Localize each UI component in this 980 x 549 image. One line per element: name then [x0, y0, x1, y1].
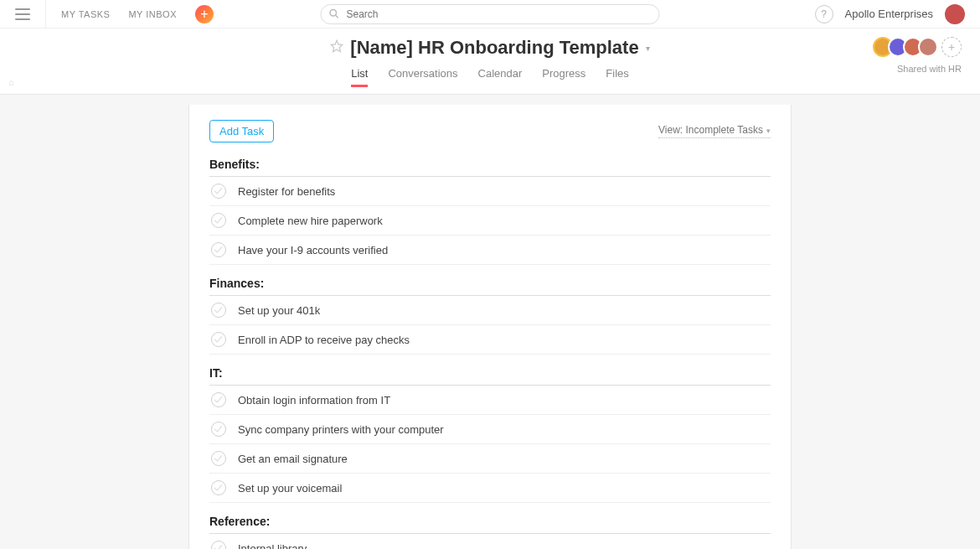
task-text: Internal library: [238, 542, 307, 550]
add-member-button[interactable]: +: [941, 37, 962, 57]
tab-progress[interactable]: Progress: [542, 67, 585, 87]
star-icon[interactable]: [330, 39, 343, 56]
task-row[interactable]: Register for benefits: [209, 177, 771, 206]
add-task-button[interactable]: Add Task: [209, 120, 274, 142]
check-circle-icon[interactable]: [211, 541, 226, 549]
check-circle-icon[interactable]: [211, 332, 226, 347]
task-text: Get an email signature: [238, 453, 348, 465]
section-title[interactable]: IT:: [209, 366, 771, 386]
org-name[interactable]: Apollo Enterprises: [845, 8, 934, 20]
project-members: +: [878, 37, 962, 57]
tab-calendar[interactable]: Calendar: [478, 67, 523, 87]
sections-container: Benefits:Register for benefitsComplete n…: [209, 158, 771, 549]
member-avatar[interactable]: [918, 37, 938, 57]
section-title[interactable]: Reference:: [209, 515, 771, 534]
task-board: Add Task View: Incomplete Tasks▾ Benefit…: [188, 105, 792, 549]
check-circle-icon[interactable]: [211, 451, 226, 466]
task-row[interactable]: Complete new hire paperwork: [209, 206, 771, 236]
board-toolbar: Add Task View: Incomplete Tasks▾: [209, 120, 771, 142]
check-circle-icon[interactable]: [211, 213, 226, 228]
hamburger-menu-icon[interactable]: [15, 7, 30, 22]
section-title[interactable]: Benefits:: [209, 158, 771, 177]
check-circle-icon[interactable]: [211, 480, 226, 495]
task-row[interactable]: Have your I-9 accounts verified: [209, 236, 771, 265]
view-label: View: Incomplete Tasks: [658, 124, 763, 136]
breadcrumb-home-icon[interactable]: ⌂: [8, 77, 14, 87]
nav-my-inbox[interactable]: MY INBOX: [128, 9, 177, 19]
task-row[interactable]: Sync company printers with your computer: [209, 415, 771, 444]
task-text: Register for benefits: [238, 185, 335, 198]
task-text: Have your I-9 accounts verified: [238, 244, 388, 256]
search-icon: [329, 7, 339, 22]
search-wrap: [321, 4, 660, 24]
section-title[interactable]: Finances:: [209, 277, 771, 296]
task-text: Set up your voicemail: [238, 482, 342, 495]
tab-files[interactable]: Files: [606, 67, 628, 87]
tab-list[interactable]: List: [351, 67, 368, 87]
project-tabs: ListConversationsCalendarProgressFiles: [0, 67, 980, 94]
view-selector[interactable]: View: Incomplete Tasks▾: [658, 124, 771, 138]
search-input[interactable]: [321, 4, 660, 24]
project-header: ⌂ [Name] HR Onboarding Template ▾ ListCo…: [0, 28, 980, 95]
check-circle-icon[interactable]: [211, 184, 226, 199]
task-text: Enroll in ADP to receive pay checks: [238, 334, 410, 346]
help-icon[interactable]: ?: [815, 5, 833, 23]
svg-line-1: [336, 15, 338, 18]
task-row[interactable]: Obtain login information from IT: [209, 386, 771, 415]
topbar-right: ? Apollo Enterprises: [815, 4, 966, 24]
project-title: [Name] HR Onboarding Template: [350, 37, 638, 59]
task-row[interactable]: Get an email signature: [209, 444, 771, 474]
title-row: [Name] HR Onboarding Template ▾: [0, 37, 980, 59]
divider: [45, 0, 46, 28]
check-circle-icon[interactable]: [211, 422, 226, 437]
check-circle-icon[interactable]: [211, 303, 226, 318]
check-circle-icon[interactable]: [211, 242, 226, 257]
task-text: Sync company printers with your computer: [238, 423, 444, 436]
add-button[interactable]: +: [195, 5, 214, 23]
task-text: Obtain login information from IT: [238, 394, 390, 407]
task-row[interactable]: Set up your voicemail: [209, 474, 771, 503]
task-text: Set up your 401k: [238, 304, 320, 317]
check-circle-icon[interactable]: [211, 392, 226, 407]
avatar[interactable]: [945, 4, 965, 24]
task-row[interactable]: Internal library: [209, 534, 771, 549]
task-row[interactable]: Set up your 401k: [209, 296, 771, 325]
topbar: MY TASKS MY INBOX + ? Apollo Enterprises: [0, 0, 980, 28]
chevron-down-icon: ▾: [766, 127, 771, 135]
shared-label[interactable]: Shared with HR: [897, 64, 962, 74]
svg-point-0: [330, 9, 337, 16]
task-row[interactable]: Enroll in ADP to receive pay checks: [209, 325, 771, 355]
chevron-down-icon[interactable]: ▾: [646, 44, 650, 53]
svg-marker-2: [332, 40, 343, 51]
nav-my-tasks[interactable]: MY TASKS: [61, 9, 110, 19]
tab-conversations[interactable]: Conversations: [388, 67, 457, 87]
task-text: Complete new hire paperwork: [238, 215, 383, 227]
